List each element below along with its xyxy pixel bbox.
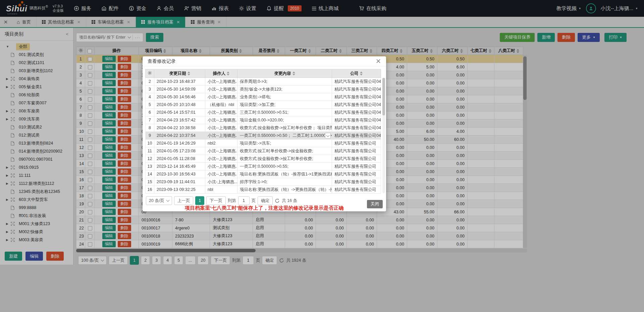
record-row[interactable]: 5 2024-05-20 10:10:48 （机修组）nbl 项目类型:->加工… [146, 101, 381, 109]
company-cell: 精武汽车服务有限公司04... [332, 78, 381, 86]
column-header-operator[interactable]: 操作人 [205, 69, 237, 78]
modal-body: 变更日期 操作人 变更内容 公司 2 2024-10-23 16:48:37 小… [143, 66, 386, 194]
change-date-cell: 2024-04-23 16:57:42 [154, 116, 205, 124]
scrollbar-thumb[interactable] [382, 78, 385, 115]
change-content-cell: 项目类型:->加工费; [237, 101, 332, 109]
company-cell: 精武汽车服务有限公司 [332, 140, 381, 147]
operator-cell: 小沈--上海驷惠... [205, 78, 237, 86]
change-date-cell: 2023-09-13 09:32:25 [154, 186, 205, 194]
gear-icon [148, 71, 152, 75]
record-row[interactable]: 12 2024-01-05 11:28:08 小沈--上海驷惠... 收费方式:… [146, 155, 381, 163]
chevron-down-icon [166, 199, 169, 202]
record-number: 10 [146, 140, 154, 147]
record-row[interactable]: 9 2024-04-22 10:37:54 小沈--上海驷惠... 一类工时:0… [146, 132, 381, 140]
record-row[interactable]: 10 2024-01-19 14:26:29 nbl2 项目类型:->洗车; 精… [146, 140, 381, 147]
goto-page-input[interactable] [238, 196, 250, 205]
column-header-company[interactable]: 公司 [332, 69, 381, 78]
sort-icon[interactable] [227, 71, 229, 75]
change-date-cell: 2024-01-05 11:28:08 [154, 155, 205, 163]
goto-confirm-button[interactable]: 确定 [258, 196, 273, 205]
company-cell: 精武汽车服务有限公司04... [332, 86, 381, 93]
company-cell: 精武汽车服务有限公司 [332, 147, 381, 155]
company-cell: 精武汽车服务有限公司 [332, 170, 381, 178]
modal-pagination: 20 条/页 上一页 1 下一页 到第 页 确定 共 16 条 [143, 196, 386, 205]
company-cell: 精武汽车服务有限公司04... [332, 132, 381, 140]
company-cell: 精武汽车服务有限公司04... [332, 124, 381, 132]
operator-cell: 小沈--上海驷惠... [205, 93, 237, 101]
goto-suffix: 页 [252, 198, 256, 204]
operator-cell: 小沈--上海驷惠... [205, 163, 237, 170]
company-cell: 精武汽车服务有限公司04... [332, 109, 381, 116]
change-date-cell: 2023-09-19 11:44:01 [154, 178, 205, 186]
change-content-cell: 保养周期:0->3; [237, 78, 332, 86]
change-content-cell: 三类工时:0.500000->0.51; [237, 109, 332, 116]
next-page-button[interactable]: 下一页 [206, 196, 226, 205]
change-date-cell: 2024-05-30 14:56:46 [154, 93, 205, 101]
operator-cell: 小沈-上海驷惠... [205, 178, 237, 186]
record-row[interactable]: 15 2023-09-19 11:44:01 小沈-上海驷惠... 排序字段:1… [146, 178, 381, 186]
change-content-cell: 一类工时:0.500000->0.55; [237, 163, 332, 170]
change-content-cell: 收费方式:按金额收费->按工时单价收费； 项目类型:洗车-... [237, 124, 332, 132]
page-number-button[interactable]: 1 [195, 196, 204, 205]
change-date-cell: 2024-10-23 16:48:37 [154, 78, 205, 86]
record-number: 9 [146, 132, 154, 140]
record-row[interactable]: 13 2023-12-14 16:45:49 小沈--上海驷惠... 一类工时:… [146, 163, 381, 170]
change-content-cell: 一类工时:0.550000->0.50； 二类工时:1.000000->0.50… [237, 132, 332, 140]
modal-vertical-scrollbar[interactable] [382, 78, 385, 193]
change-content-cell: 排序字段:1->0; [237, 178, 332, 186]
expand-content-button[interactable] [325, 133, 331, 139]
change-date-cell: 2024-01-19 14:26:29 [154, 140, 205, 147]
record-row[interactable]: 3 2024-05-30 14:59:09 小沈--上海驷惠... 类别:钣金-… [146, 86, 381, 93]
close-modal-button[interactable]: 关闭 [367, 200, 383, 208]
record-number: 6 [146, 109, 154, 116]
records-body: 2 2024-10-23 16:48:37 小沈--上海驷惠... 保养周期:0… [146, 78, 381, 194]
record-row[interactable]: 2 2024-10-23 16:48:37 小沈--上海驷惠... 保养周期:0… [146, 78, 381, 86]
operator-cell: 小沈--上海驷惠... [205, 170, 237, 178]
record-number: 11 [146, 147, 154, 155]
gear-column-header[interactable] [146, 69, 154, 78]
records-table: 变更日期 操作人 变更内容 公司 2 2024-10-23 16:48:37 小… [145, 69, 381, 194]
operator-cell: 小沈--上海驷惠... [205, 147, 237, 155]
operator-cell: nbl2 [205, 140, 237, 147]
record-row[interactable]: 6 2024-05-14 15:57:01 小沈--上海驷惠... 三类工时:0… [146, 109, 381, 116]
change-date-cell: 2024-05-14 15:57:01 [154, 109, 205, 116]
company-cell: 精武汽车服务有限公司04... [332, 101, 381, 109]
column-header-content[interactable]: 变更内容 [237, 69, 332, 78]
records-header-row: 变更日期 操作人 变更内容 公司 [146, 69, 381, 78]
record-row[interactable]: 16 2023-09-13 09:32:25 nbl 项目名称:更换挡泥板（轮）… [146, 186, 381, 194]
refresh-icon[interactable] [275, 198, 280, 203]
company-cell: 精武汽车服务有限公司 [332, 163, 381, 170]
modification-records-modal: 查看修改记录 ✕ 变更日期 操作人 变更内容 公司 [143, 56, 386, 211]
record-row[interactable]: 4 2024-05-30 14:56:46 小沈--上海驷惠... 业务类别:-… [146, 93, 381, 101]
change-date-cell: 2023-10-30 16:56:43 [154, 170, 205, 178]
company-cell: 精武汽车服务有限公司 [332, 186, 381, 194]
record-number: 15 [146, 178, 154, 186]
sort-icon[interactable] [360, 71, 363, 75]
change-date-cell: 2024-01-05 17:23:08 [154, 147, 205, 155]
operator-cell: 小沈--上海驷惠... [205, 132, 237, 140]
change-content-cell: 收费方式:按工时单价收费->按金额收费; [237, 147, 332, 155]
sort-icon[interactable] [292, 71, 295, 75]
record-number: 7 [146, 116, 154, 124]
operator-cell: 小沈--上海驷惠... [205, 116, 237, 124]
record-row[interactable]: 8 2024-04-22 10:38:58 小沈--上海驷惠... 收费方式:按… [146, 124, 381, 132]
prev-page-button[interactable]: 上一页 [174, 196, 194, 205]
operator-cell: 小沈--上海驷惠... [205, 109, 237, 116]
sort-icon[interactable] [187, 71, 190, 75]
close-icon[interactable]: ✕ [376, 58, 381, 64]
column-header-date[interactable]: 变更日期 [154, 69, 205, 78]
record-number: 14 [146, 170, 154, 178]
change-date-cell: 2023-12-14 16:45:49 [154, 163, 205, 170]
record-row[interactable]: 11 2024-01-05 17:23:08 小沈--上海驷惠... 收费方式:… [146, 147, 381, 155]
change-content-cell: 业务类别:->搭电; [237, 93, 332, 101]
company-cell: 精武汽车服务有限公司 [332, 178, 381, 186]
change-content-cell: 项目类型:->洗车; [237, 140, 332, 147]
page-size-select[interactable]: 20 条/页 [146, 196, 172, 205]
record-number: 3 [146, 86, 154, 93]
operator-cell: （机修组）nbl [205, 101, 237, 109]
change-date-cell: 2024-04-22 10:38:58 [154, 124, 205, 132]
record-row[interactable]: 7 2024-04-23 16:57:42 小沈--上海驷惠... 项目金额:0… [146, 116, 381, 124]
record-number: 8 [146, 124, 154, 132]
record-row[interactable]: 14 2023-10-30 16:56:43 小沈--上海驷惠... 项目名称:… [146, 170, 381, 178]
record-number: 5 [146, 101, 154, 109]
